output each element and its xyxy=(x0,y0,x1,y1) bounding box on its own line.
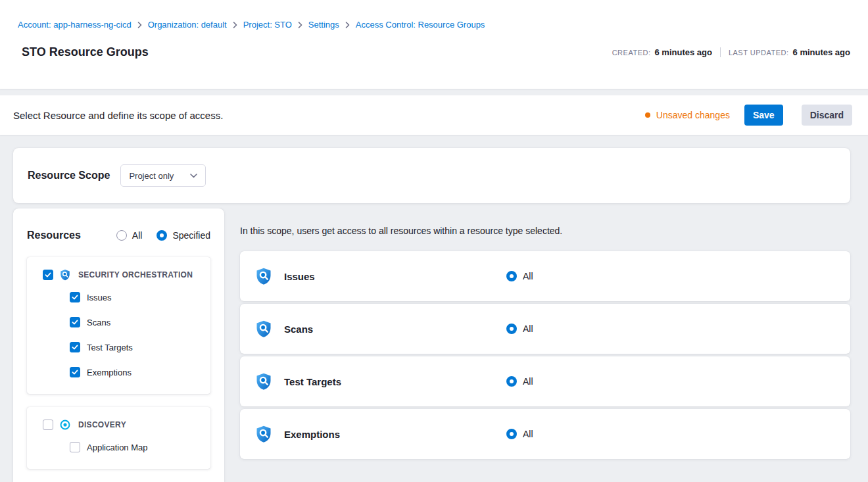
unsaved-changes-status: Unsaved changes xyxy=(645,110,730,120)
radar-icon xyxy=(59,419,71,431)
title-row: STO Resource Groups CREATED: 6 minutes a… xyxy=(18,45,850,59)
resource-row-issues: Issues All xyxy=(240,251,850,301)
unsaved-changes-label: Unsaved changes xyxy=(656,110,730,120)
breadcrumb: Account: app-harness-ng-cicd Organizatio… xyxy=(18,20,850,30)
check-icon xyxy=(72,295,78,300)
checkbox-test-targets[interactable] xyxy=(70,342,80,352)
check-icon xyxy=(72,320,78,325)
access-description: In this scope, users get access to all r… xyxy=(240,226,850,236)
radio-checked-icon[interactable] xyxy=(157,230,167,241)
resource-row-label: Scans xyxy=(284,324,506,335)
access-all-label: All xyxy=(523,429,533,439)
access-panel: In this scope, users get access to all r… xyxy=(240,208,850,462)
check-icon xyxy=(45,272,51,277)
chevron-right-icon xyxy=(298,22,302,28)
access-all-label: All xyxy=(523,324,533,334)
page: Account: app-harness-ng-cicd Organizatio… xyxy=(0,0,868,482)
discard-button[interactable]: Discard xyxy=(802,105,852,126)
checkbox-scans[interactable] xyxy=(70,317,80,327)
checkbox-discovery[interactable] xyxy=(43,420,53,430)
chevron-down-icon xyxy=(190,174,197,178)
content-columns: Resources All Specified SECUR xyxy=(13,208,850,482)
resource-item-scans[interactable]: Scans xyxy=(35,310,203,335)
resource-item-issues[interactable]: Issues xyxy=(35,285,203,310)
access-radio-all[interactable]: All xyxy=(506,271,533,281)
created-value: 6 minutes ago xyxy=(654,47,711,57)
radio-checked-icon[interactable] xyxy=(506,429,517,439)
header-meta: CREATED: 6 minutes ago LAST UPDATED: 6 m… xyxy=(612,47,850,57)
meta-divider xyxy=(720,47,721,57)
radio-option-specified[interactable]: Specified xyxy=(157,230,210,241)
breadcrumb-settings[interactable]: Settings xyxy=(308,20,339,30)
resource-scope-label: Resource Scope xyxy=(28,170,110,181)
item-label: Issues xyxy=(87,293,112,302)
radio-checked-icon[interactable] xyxy=(506,376,517,387)
item-label: Scans xyxy=(87,318,110,327)
toolbar: Select Resource and define its scope of … xyxy=(0,95,868,135)
page-title: STO Resource Groups xyxy=(18,45,149,59)
radio-specified-label: Specified xyxy=(172,230,210,241)
checkbox-exemptions[interactable] xyxy=(70,367,80,377)
shield-scan-icon xyxy=(254,372,273,391)
save-button[interactable]: Save xyxy=(744,105,783,126)
item-label: Exemptions xyxy=(87,368,132,377)
created-label: CREATED: xyxy=(612,49,651,57)
item-label: Test Targets xyxy=(87,343,133,352)
resources-header: Resources All Specified xyxy=(27,229,210,241)
main-content: Resource Scope Project only Resources Al… xyxy=(0,135,868,482)
check-icon xyxy=(72,370,78,375)
resource-row-label: Exemptions xyxy=(284,429,506,440)
chevron-right-icon xyxy=(137,22,142,28)
access-radio-all[interactable]: All xyxy=(506,376,533,387)
resources-title: Resources xyxy=(27,229,102,241)
access-radio-all[interactable]: All xyxy=(506,324,533,334)
resources-panel: Resources All Specified SECUR xyxy=(13,208,224,482)
access-all-label: All xyxy=(523,376,533,387)
shield-scan-icon xyxy=(254,267,273,285)
checkbox-issues[interactable] xyxy=(70,292,80,302)
radio-checked-icon[interactable] xyxy=(506,271,517,281)
shield-scan-icon xyxy=(59,269,71,281)
last-updated-value: 6 minutes ago xyxy=(793,47,850,57)
checkbox-security-orchestration[interactable] xyxy=(43,270,53,280)
group-label: DISCOVERY xyxy=(78,420,126,429)
check-icon xyxy=(72,345,78,350)
radio-checked-icon[interactable] xyxy=(506,324,517,334)
page-header: Account: app-harness-ng-cicd Organizatio… xyxy=(0,0,868,89)
breadcrumb-access-control[interactable]: Access Control: Resource Groups xyxy=(356,20,485,30)
radio-option-all[interactable]: All xyxy=(116,230,143,241)
resource-row-label: Test Targets xyxy=(284,376,506,387)
group-header-security-orchestration[interactable]: SECURITY ORCHESTRATION xyxy=(35,265,203,285)
resource-item-application-map[interactable]: Application Map xyxy=(35,435,203,460)
toolbar-actions: Unsaved changes Save Discard xyxy=(645,105,852,126)
resource-item-exemptions[interactable]: Exemptions xyxy=(35,360,203,385)
resource-row-scans: Scans All xyxy=(240,304,850,354)
shield-scan-icon xyxy=(254,320,273,338)
unsaved-dot-icon xyxy=(645,112,650,118)
breadcrumb-organization[interactable]: Organization: default xyxy=(148,20,227,30)
group-label: SECURITY ORCHESTRATION xyxy=(78,270,193,279)
access-all-label: All xyxy=(523,271,533,281)
resource-row-test-targets: Test Targets All xyxy=(240,356,850,406)
resource-scope-card: Resource Scope Project only xyxy=(13,148,850,203)
chevron-right-icon xyxy=(233,22,237,28)
shield-scan-icon xyxy=(254,425,273,443)
last-updated-label: LAST UPDATED: xyxy=(729,49,789,57)
resource-group-security-orchestration: SECURITY ORCHESTRATION Issues Scans Test… xyxy=(27,257,210,394)
group-header-discovery[interactable]: DISCOVERY xyxy=(35,415,203,435)
checkbox-application-map[interactable] xyxy=(70,442,80,452)
toolbar-description: Select Resource and define its scope of … xyxy=(13,110,223,121)
breadcrumb-project[interactable]: Project: STO xyxy=(243,20,292,30)
resource-scope-dropdown[interactable]: Project only xyxy=(120,164,206,187)
resource-row-exemptions: Exemptions All xyxy=(240,409,850,459)
radio-icon[interactable] xyxy=(116,230,127,241)
radio-all-label: All xyxy=(132,230,143,241)
breadcrumb-account[interactable]: Account: app-harness-ng-cicd xyxy=(18,20,132,30)
resource-row-label: Issues xyxy=(284,271,506,282)
resource-item-test-targets[interactable]: Test Targets xyxy=(35,335,203,360)
resource-scope-selected-value: Project only xyxy=(129,171,174,181)
resource-group-discovery: DISCOVERY Application Map xyxy=(27,407,210,469)
access-radio-all[interactable]: All xyxy=(506,429,533,439)
chevron-right-icon xyxy=(345,22,350,28)
item-label: Application Map xyxy=(87,443,148,452)
